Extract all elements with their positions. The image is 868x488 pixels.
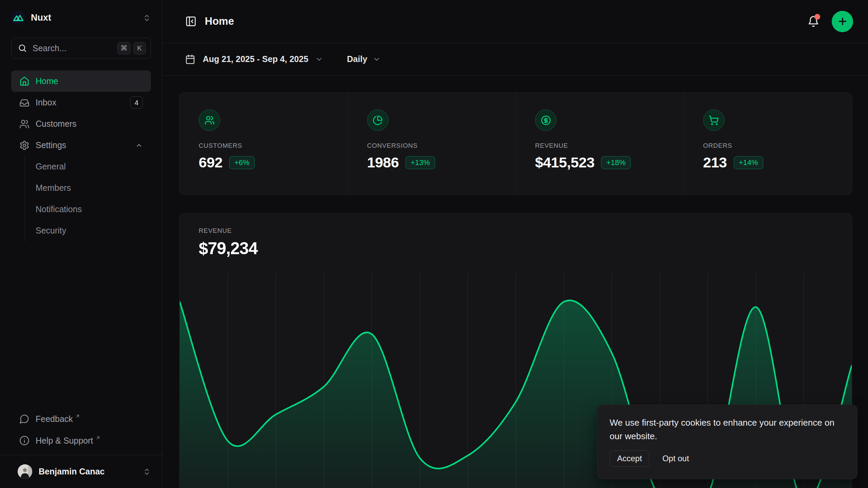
- collapse-sidebar-button[interactable]: [185, 16, 197, 27]
- sidebar-item-security[interactable]: Security: [36, 220, 151, 241]
- search-icon: [18, 43, 27, 53]
- sidebar-item-label: Inbox: [36, 98, 130, 107]
- chevrons-up-down-icon: [143, 14, 151, 22]
- gear-icon: [19, 140, 29, 150]
- inbox-icon: [19, 98, 29, 108]
- sidebar-item-members[interactable]: Members: [36, 177, 151, 199]
- sidebar-item-general[interactable]: General: [36, 156, 151, 177]
- sidebar: Nuxt Search... ⌘ K Home Inbox 4: [0, 0, 162, 488]
- kbd-meta: ⌘: [117, 42, 131, 55]
- stat-card-conversions[interactable]: CONVERSIONS 1986 +13%: [348, 93, 516, 195]
- nuxt-logo-icon: [11, 11, 25, 25]
- revenue-chart-label: REVENUE: [199, 227, 833, 235]
- search-input[interactable]: Search... ⌘ K: [11, 38, 151, 59]
- sidebar-item-label: Customers: [36, 119, 143, 129]
- stat-label: REVENUE: [535, 142, 665, 149]
- user-name: Benjamin Canac: [39, 467, 143, 476]
- user-menu[interactable]: Benjamin Canac: [0, 455, 162, 488]
- stats-card-row: CUSTOMERS 692 +6% CONVERSIONS 1986 +13% …: [179, 93, 852, 195]
- stat-card-orders[interactable]: ORDERS 213 +14%: [684, 93, 852, 195]
- interval-value: Daily: [347, 54, 367, 64]
- add-button[interactable]: [832, 11, 853, 32]
- workspace-name: Nuxt: [31, 13, 143, 23]
- external-link-icon: [75, 413, 80, 419]
- calendar-icon: [185, 54, 195, 64]
- chevron-down-icon: [373, 55, 381, 63]
- interval-select[interactable]: Daily: [347, 54, 381, 64]
- avatar: [18, 464, 32, 479]
- stat-delta-badge: +6%: [229, 156, 255, 169]
- info-icon: [19, 435, 29, 446]
- sidebar-item-label: Home: [36, 76, 143, 86]
- notification-dot: [814, 14, 820, 20]
- search-placeholder: Search...: [33, 43, 115, 53]
- sidebar-footer: Feedback Help & Support: [11, 408, 151, 451]
- external-link-icon: [95, 435, 101, 441]
- stat-value: 1986: [367, 154, 399, 171]
- home-icon: [19, 76, 29, 86]
- settings-subnav: General Members Notifications Security: [25, 156, 151, 241]
- filter-bar: Aug 21, 2025 - Sep 4, 2025 Daily: [163, 43, 868, 76]
- stat-value: 213: [703, 154, 727, 171]
- top-header: Home: [163, 0, 868, 43]
- dollar-circle-icon: [535, 109, 556, 131]
- stat-card-revenue[interactable]: REVENUE $415,523 +18%: [516, 93, 684, 195]
- sidebar-item-settings[interactable]: Settings: [11, 135, 151, 156]
- revenue-chart-value: $79,234: [199, 239, 833, 258]
- cookie-message: We use first-party cookies to enhance yo…: [610, 416, 845, 443]
- stat-delta-badge: +14%: [734, 156, 763, 169]
- chevrons-up-down-icon: [143, 468, 151, 476]
- help-support-link[interactable]: Help & Support: [11, 430, 151, 451]
- help-support-label: Help & Support: [36, 436, 93, 446]
- workspace-switcher[interactable]: Nuxt: [0, 0, 162, 36]
- page-title: Home: [205, 15, 807, 27]
- pie-chart-icon: [367, 109, 389, 131]
- chevron-up-icon: [135, 142, 143, 149]
- optout-cookies-button[interactable]: Opt out: [662, 454, 689, 463]
- cart-icon: [703, 109, 725, 131]
- inbox-count-badge: 4: [130, 96, 143, 109]
- chat-bubble-icon: [19, 414, 29, 424]
- date-range-value: Aug 21, 2025 - Sep 4, 2025: [203, 54, 308, 64]
- feedback-link[interactable]: Feedback: [11, 408, 151, 430]
- stat-label: CUSTOMERS: [199, 142, 329, 149]
- cookie-banner: We use first-party cookies to enhance yo…: [597, 405, 857, 479]
- sidebar-item-label: Settings: [36, 140, 135, 150]
- accept-cookies-button[interactable]: Accept: [610, 450, 649, 467]
- stat-delta-badge: +13%: [406, 156, 435, 169]
- sidebar-item-notifications[interactable]: Notifications: [36, 199, 151, 220]
- chevron-down-icon: [315, 55, 323, 63]
- stat-label: ORDERS: [703, 142, 833, 149]
- date-range-picker[interactable]: Aug 21, 2025 - Sep 4, 2025: [185, 54, 323, 64]
- notifications-button[interactable]: [807, 15, 820, 27]
- stat-label: CONVERSIONS: [367, 142, 497, 149]
- stat-card-customers[interactable]: CUSTOMERS 692 +6%: [180, 93, 348, 195]
- users-icon: [199, 109, 220, 131]
- sidebar-item-home[interactable]: Home: [11, 70, 151, 92]
- stat-value: $415,523: [535, 154, 594, 171]
- sidebar-item-inbox[interactable]: Inbox 4: [11, 92, 151, 113]
- stat-delta-badge: +18%: [601, 156, 631, 169]
- feedback-label: Feedback: [36, 414, 73, 424]
- kbd-k: K: [133, 42, 146, 55]
- users-icon: [19, 119, 29, 129]
- sidebar-item-customers[interactable]: Customers: [11, 113, 151, 135]
- sidebar-nav: Home Inbox 4 Customers Settings Genera: [11, 70, 151, 241]
- stat-value: 692: [199, 154, 222, 171]
